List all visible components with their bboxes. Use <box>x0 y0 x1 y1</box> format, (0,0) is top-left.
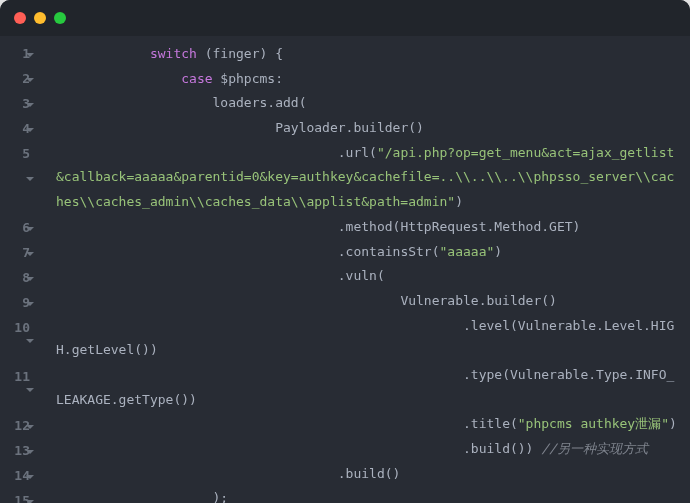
code-line[interactable]: .url("/api.php?op=get_menu&act=ajax_getl… <box>56 141 680 215</box>
line-number: 11 <box>0 365 38 414</box>
line-number: 1 <box>0 42 38 67</box>
code-line[interactable]: .vuln( <box>56 264 680 289</box>
token: .containsStr( <box>338 244 440 259</box>
line-number: 13 <box>0 439 38 464</box>
line-number: 14 <box>0 464 38 489</box>
close-icon[interactable] <box>14 12 26 24</box>
code-line[interactable]: .build() <box>56 462 680 487</box>
code-line[interactable]: Vulnerable.builder() <box>56 289 680 314</box>
token: .method(HttpRequest.Method.GET) <box>338 219 581 234</box>
line-number: 7 <box>0 241 38 266</box>
line-number: 4 <box>0 117 38 142</box>
token: ) <box>494 244 502 259</box>
editor-area[interactable]: 1234567891011121314151617 switch (finger… <box>0 36 690 503</box>
code-line[interactable]: switch (finger) { <box>56 42 680 67</box>
line-number: 5 <box>0 142 38 216</box>
code-line[interactable]: ); <box>56 486 680 503</box>
line-number: 9 <box>0 291 38 316</box>
token: //另一种实现方式 <box>541 441 648 456</box>
code-line[interactable]: .title("phpcms authkey泄漏") <box>56 412 680 437</box>
minimize-icon[interactable] <box>34 12 46 24</box>
code-line[interactable]: .level(Vulnerable.Level.HIGH.getLevel()) <box>56 314 680 363</box>
token: Vulnerable.builder() <box>400 293 557 308</box>
zoom-icon[interactable] <box>54 12 66 24</box>
token: (finger) { <box>197 46 283 61</box>
token: $phpcms: <box>213 71 283 86</box>
code-line[interactable]: .containsStr("aaaaa") <box>56 240 680 265</box>
token: .vuln( <box>338 268 385 283</box>
line-number: 3 <box>0 92 38 117</box>
line-number: 15 <box>0 489 38 503</box>
token: .title( <box>463 416 518 431</box>
line-number: 8 <box>0 266 38 291</box>
line-number: 12 <box>0 414 38 439</box>
line-number: 10 <box>0 316 38 365</box>
code-line[interactable]: .build()) //另一种实现方式 <box>56 437 680 462</box>
code-line[interactable]: .type(Vulnerable.Type.INFO_LEAKAGE.getTy… <box>56 363 680 412</box>
token: loaders.add( <box>213 95 307 110</box>
token: .level(Vulnerable.Level.HIGH.getLevel()) <box>56 318 674 358</box>
token: "aaaaa" <box>440 244 495 259</box>
token: "phpcms authkey泄漏" <box>518 416 669 431</box>
code-content[interactable]: switch (finger) { case $phpcms: loaders.… <box>42 42 690 503</box>
titlebar[interactable] <box>0 0 690 36</box>
token: case <box>181 71 212 86</box>
token: switch <box>150 46 197 61</box>
line-number-gutter: 1234567891011121314151617 <box>0 42 42 503</box>
code-line[interactable]: .method(HttpRequest.Method.GET) <box>56 215 680 240</box>
code-line[interactable]: Payloader.builder() <box>56 116 680 141</box>
token: ) <box>455 194 463 209</box>
token: .build()) <box>463 441 541 456</box>
line-number: 2 <box>0 67 38 92</box>
token: ) <box>669 416 677 431</box>
token: .url( <box>338 145 377 160</box>
token: .type(Vulnerable.Type.INFO_LEAKAGE.getTy… <box>56 367 674 407</box>
token: Payloader.builder() <box>275 120 424 135</box>
code-editor-window: 1234567891011121314151617 switch (finger… <box>0 0 690 503</box>
token: ); <box>213 490 229 503</box>
line-number: 6 <box>0 216 38 241</box>
code-line[interactable]: case $phpcms: <box>56 67 680 92</box>
token: .build() <box>338 466 401 481</box>
code-line[interactable]: loaders.add( <box>56 91 680 116</box>
